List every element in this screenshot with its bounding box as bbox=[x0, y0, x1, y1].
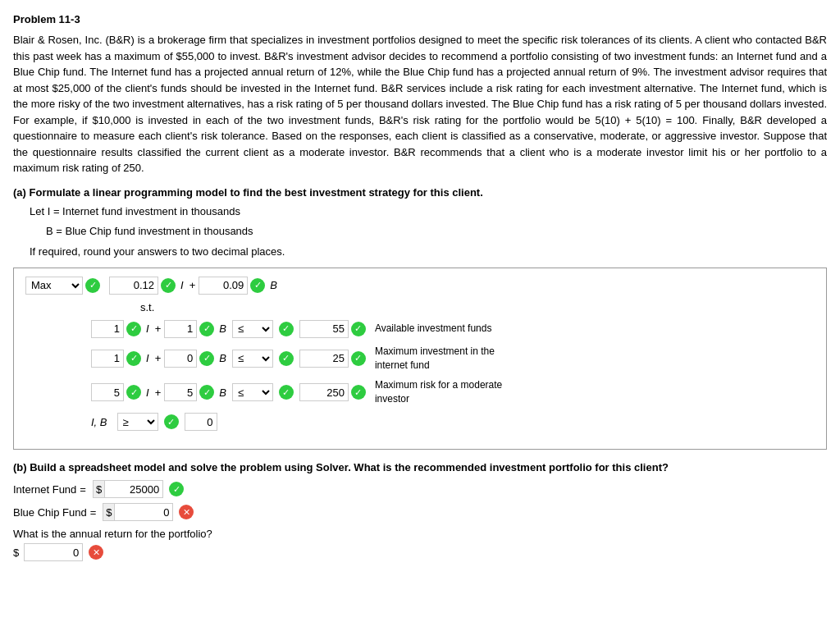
part-b-label: (b) Build a spreadsheet model and solve … bbox=[13, 461, 827, 473]
c3-ineq-check: ✓ bbox=[279, 385, 294, 400]
let-i: Let I = Internet fund investment in thou… bbox=[30, 204, 827, 221]
c3-rhs-input[interactable] bbox=[299, 383, 349, 401]
c1-rhs-input[interactable] bbox=[299, 320, 349, 338]
problem-body: Blair & Rosen, Inc. (B&R) is a brokerage… bbox=[13, 32, 827, 176]
internet-fund-check-icon: ✓ bbox=[169, 482, 184, 496]
objective-check-icon: ✓ bbox=[85, 278, 100, 293]
annual-input-box: 0 bbox=[24, 543, 83, 561]
st-label: s.t. bbox=[140, 301, 815, 313]
problem-title: Problem 11-3 bbox=[13, 13, 827, 25]
nonnegativity-rhs-input[interactable] bbox=[185, 413, 217, 431]
blue-chip-label: Blue Chip Fund bbox=[13, 506, 87, 519]
c1-coeff-b-check: ✓ bbox=[199, 322, 214, 336]
c3-inequality-select[interactable]: ≤ ≥ = bbox=[232, 383, 273, 401]
nonnegativity-vars: I, B bbox=[91, 416, 107, 428]
blue-chip-error-icon: ✕ bbox=[179, 505, 194, 519]
c3-var-i: I bbox=[146, 386, 149, 399]
c1-inequality-select[interactable]: ≤ ≥ = bbox=[232, 320, 273, 338]
internet-fund-label: Internet Fund bbox=[13, 483, 76, 496]
lp-box: Max Min ✓ ✓ I + ✓ B s.t. ✓ I + ✓ B ≤ ≥ =… bbox=[13, 268, 827, 450]
c1-plus: + bbox=[155, 322, 162, 335]
objective-row: Max Min ✓ ✓ I + ✓ B bbox=[25, 277, 815, 295]
c1-var-b: B bbox=[219, 322, 226, 335]
part-a-label: (a) Formulate a linear programming model… bbox=[13, 186, 827, 199]
c2-rhs-check: ✓ bbox=[351, 351, 366, 366]
constraint-row-3: ✓ I + ✓ B ≤ ≥ = ✓ ✓ Maximum risk for a m… bbox=[91, 378, 815, 406]
c3-rhs-check: ✓ bbox=[351, 385, 366, 400]
c1-ineq-check: ✓ bbox=[279, 322, 294, 336]
obj-var-b: B bbox=[270, 279, 277, 291]
c3-coeff-b-input[interactable] bbox=[164, 383, 197, 401]
c2-rhs-input[interactable] bbox=[299, 350, 349, 368]
c2-coeff-i-input[interactable] bbox=[91, 350, 124, 368]
annual-return-section: What is the annual return for the portfo… bbox=[13, 528, 827, 561]
annual-error-icon: ✕ bbox=[89, 545, 103, 560]
part-b: (b) Build a spreadsheet model and solve … bbox=[13, 461, 827, 561]
coeff-b-check-icon: ✓ bbox=[250, 278, 265, 293]
constraint-row-2: ✓ I + ✓ B ≤ ≥ = ✓ ✓ Maximum investment i… bbox=[91, 345, 815, 373]
blue-chip-row: Blue Chip Fund = $ 0 ✕ bbox=[13, 503, 827, 521]
internet-fund-equals: = bbox=[80, 483, 86, 496]
internet-fund-row: Internet Fund = $ 25000 ✓ bbox=[13, 480, 827, 498]
objective-type-select[interactable]: Max Min bbox=[25, 277, 83, 295]
c2-inequality-select[interactable]: ≤ ≥ = bbox=[232, 350, 273, 368]
c1-coeff-i-input[interactable] bbox=[91, 320, 124, 338]
internet-fund-dollar-sign: $ bbox=[94, 481, 105, 497]
annual-return-input-wrap: $ 0 ✕ bbox=[13, 543, 827, 561]
nonnegativity-row: I, B ≥ ≤ = ✓ bbox=[91, 413, 815, 431]
annual-dollar-prefix: $ bbox=[13, 547, 19, 559]
c1-rhs-check: ✓ bbox=[351, 322, 366, 336]
c3-coeff-i-input[interactable] bbox=[91, 383, 124, 401]
blue-chip-input-wrap: $ 0 bbox=[103, 503, 173, 521]
constraint-row-1: ✓ I + ✓ B ≤ ≥ = ✓ ✓ Available investment… bbox=[91, 320, 815, 338]
coeff-i-check-icon: ✓ bbox=[161, 278, 176, 293]
c3-coeff-b-check: ✓ bbox=[199, 385, 214, 400]
c2-coeff-b-check: ✓ bbox=[199, 351, 214, 366]
round-note: If required, round your answers to two d… bbox=[30, 244, 827, 261]
c1-coeff-i-check: ✓ bbox=[126, 322, 141, 336]
objective-coeff-b-input[interactable] bbox=[199, 277, 248, 295]
c3-plus: + bbox=[155, 386, 162, 399]
c2-var-i: I bbox=[146, 352, 149, 364]
blue-chip-dollar-sign: $ bbox=[103, 504, 115, 520]
let-b: B = Blue Chip fund investment in thousan… bbox=[46, 223, 827, 240]
c2-note: Maximum investment in the internet fund bbox=[375, 345, 523, 373]
annual-value[interactable]: 0 bbox=[25, 547, 82, 559]
internet-fund-value[interactable]: 25000 bbox=[105, 483, 162, 496]
c1-note: Available investment funds bbox=[375, 322, 492, 336]
c2-coeff-i-check: ✓ bbox=[126, 351, 141, 366]
c1-var-i: I bbox=[146, 322, 149, 335]
c2-coeff-b-input[interactable] bbox=[164, 350, 197, 368]
c2-var-b: B bbox=[219, 352, 226, 364]
nonnegativity-ineq-check: ✓ bbox=[164, 414, 179, 429]
c3-note: Maximum risk for a moderate investor bbox=[375, 378, 523, 406]
c3-coeff-i-check: ✓ bbox=[126, 385, 141, 400]
c3-var-b: B bbox=[219, 386, 226, 399]
blue-chip-equals: = bbox=[90, 506, 97, 519]
internet-fund-input-wrap: $ 25000 bbox=[93, 480, 163, 498]
c1-coeff-b-input[interactable] bbox=[164, 320, 197, 338]
nonnegativity-inequality-select[interactable]: ≥ ≤ = bbox=[117, 413, 158, 431]
c2-plus: + bbox=[155, 352, 162, 364]
annual-return-label: What is the annual return for the portfo… bbox=[13, 528, 827, 540]
blue-chip-value[interactable]: 0 bbox=[115, 506, 172, 519]
obj-var-i: I bbox=[180, 279, 184, 291]
obj-plus: + bbox=[189, 279, 196, 291]
c2-ineq-check: ✓ bbox=[279, 351, 294, 366]
objective-coeff-i-input[interactable] bbox=[109, 277, 158, 295]
